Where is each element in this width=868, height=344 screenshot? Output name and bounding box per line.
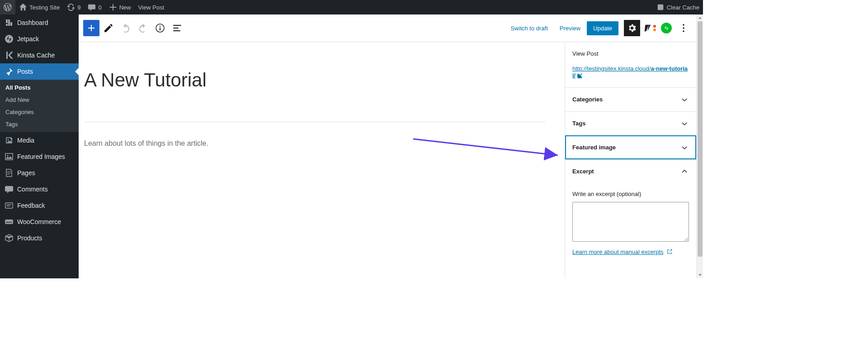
menu-label: Comments xyxy=(17,186,48,193)
excerpt-learn-more-link[interactable]: Learn more about manual excerpts xyxy=(572,248,673,255)
permalink-link[interactable]: http://testingsitex.kinsta.cloud/a-new-t… xyxy=(572,65,688,79)
comments-icon xyxy=(5,185,14,194)
feedback-icon xyxy=(5,201,14,210)
submenu-tags[interactable]: Tags xyxy=(0,118,79,130)
excerpt-panel-header[interactable]: Excerpt xyxy=(565,159,696,183)
more-options-button[interactable] xyxy=(675,20,692,36)
menu-posts[interactable]: Posts xyxy=(0,63,79,80)
external-link-icon xyxy=(666,248,673,255)
submenu-all-posts[interactable]: All Posts xyxy=(0,81,79,94)
menu-comments[interactable]: Comments xyxy=(0,181,79,197)
browser-scrollbar[interactable] xyxy=(696,14,703,278)
menu-label: Dashboard xyxy=(17,19,48,26)
jetpack-button[interactable] xyxy=(658,20,675,36)
svg-point-11 xyxy=(683,24,684,26)
post-title[interactable]: A New Tutorial xyxy=(84,69,550,104)
jetpack-icon xyxy=(5,34,14,43)
menu-label: Media xyxy=(17,137,34,144)
comments-link[interactable]: 0 xyxy=(84,0,105,14)
image-icon xyxy=(5,152,14,161)
updates-count: 9 xyxy=(77,4,80,11)
external-link-icon xyxy=(576,73,583,79)
svg-point-2 xyxy=(8,139,9,141)
svg-point-1 xyxy=(5,35,13,43)
view-post-adminbar[interactable]: View Post xyxy=(135,0,168,14)
yoast-button[interactable] xyxy=(641,20,657,36)
editor-toolbar: Switch to draft Preview Update xyxy=(79,14,696,42)
add-block-button[interactable] xyxy=(83,20,99,36)
admin-sidebar: Dashboard Jetpack Kinsta Cache Posts All… xyxy=(0,14,79,278)
wp-logo[interactable] xyxy=(0,0,15,14)
settings-sidebar[interactable]: View Post http://testingsitex.kinsta.clo… xyxy=(565,42,696,278)
scroll-down-arrow[interactable] xyxy=(697,272,703,278)
menu-jetpack[interactable]: Jetpack xyxy=(0,31,79,47)
clear-cache-link[interactable]: Clear Cache xyxy=(653,0,703,14)
site-name-link[interactable]: Testing Site xyxy=(15,0,63,14)
tags-panel[interactable]: Tags xyxy=(565,111,696,135)
chevron-down-icon xyxy=(680,95,689,104)
menu-label: Kinsta Cache xyxy=(17,52,55,59)
wordpress-icon xyxy=(4,3,12,11)
menu-label: Products xyxy=(17,234,42,242)
menu-products[interactable]: Products xyxy=(0,230,79,246)
switch-to-draft-link[interactable]: Switch to draft xyxy=(505,21,553,35)
chevron-down-icon xyxy=(680,143,689,152)
menu-media[interactable]: Media xyxy=(0,132,79,148)
menu-label: Feedback xyxy=(17,202,45,209)
update-button[interactable]: Update xyxy=(587,21,618,35)
outline-button[interactable] xyxy=(169,20,185,36)
view-post-heading: View Post xyxy=(572,50,689,57)
products-icon xyxy=(5,234,14,243)
menu-featured-images[interactable]: Featured Images xyxy=(0,148,79,165)
details-button[interactable] xyxy=(152,20,168,36)
woocommerce-icon: woo xyxy=(5,217,14,226)
menu-woocommerce[interactable]: woo WooCommerce xyxy=(0,214,79,230)
svg-point-12 xyxy=(683,27,684,29)
svg-rect-10 xyxy=(160,28,160,30)
refresh-icon xyxy=(67,3,75,11)
post-content[interactable]: Learn about lots of things in the articl… xyxy=(84,139,550,148)
svg-point-4 xyxy=(7,155,9,157)
permalink-base: http://testingsitex.kinsta.cloud/ xyxy=(572,65,651,72)
excerpt-panel-body: Write an excerpt (optional) Learn more a… xyxy=(565,183,696,263)
excerpt-title: Excerpt xyxy=(572,168,594,175)
menu-label: Posts xyxy=(17,68,33,75)
menu-label: WooCommerce xyxy=(17,218,61,225)
site-name-label: Testing Site xyxy=(29,4,60,11)
excerpt-textarea[interactable] xyxy=(572,202,689,242)
settings-toggle[interactable] xyxy=(624,20,640,36)
editor-canvas-scroll[interactable]: A New Tutorial Learn about lots of thing… xyxy=(79,42,565,278)
categories-panel[interactable]: Categories xyxy=(565,87,696,111)
undo-button[interactable] xyxy=(118,20,134,36)
media-icon xyxy=(5,136,14,145)
pin-icon xyxy=(5,67,14,76)
permalink-section: View Post http://testingsitex.kinsta.clo… xyxy=(565,42,696,87)
redo-button[interactable] xyxy=(135,20,151,36)
scrollbar-thumb[interactable] xyxy=(698,21,703,257)
submenu-add-new[interactable]: Add New xyxy=(0,94,79,106)
menu-dashboard[interactable]: Dashboard xyxy=(0,14,79,31)
new-label: New xyxy=(119,4,131,11)
admin-bar: Testing Site 9 0 New View Post Clear Cac… xyxy=(0,0,703,14)
svg-rect-0 xyxy=(657,5,663,10)
menu-label: Jetpack xyxy=(17,35,39,43)
tags-title: Tags xyxy=(572,120,585,127)
home-icon xyxy=(19,3,27,11)
svg-point-9 xyxy=(160,26,160,27)
categories-title: Categories xyxy=(572,96,603,103)
tools-button[interactable] xyxy=(100,20,117,36)
submenu-categories[interactable]: Categories xyxy=(0,106,79,118)
svg-point-13 xyxy=(683,30,684,32)
updates-link[interactable]: 9 xyxy=(63,0,84,14)
submenu-posts: All Posts Add New Categories Tags xyxy=(0,80,79,132)
menu-kinsta-cache[interactable]: Kinsta Cache xyxy=(0,47,79,63)
menu-feedback[interactable]: Feedback xyxy=(0,197,79,214)
svg-text:woo: woo xyxy=(5,220,12,224)
preview-link[interactable]: Preview xyxy=(554,21,586,35)
menu-pages[interactable]: Pages xyxy=(0,165,79,181)
menu-label: Pages xyxy=(17,169,35,177)
new-content[interactable]: New xyxy=(105,0,135,14)
scroll-up-arrow[interactable] xyxy=(697,14,703,21)
featured-image-panel[interactable]: Featured image xyxy=(565,135,696,159)
comments-count: 0 xyxy=(98,4,101,11)
